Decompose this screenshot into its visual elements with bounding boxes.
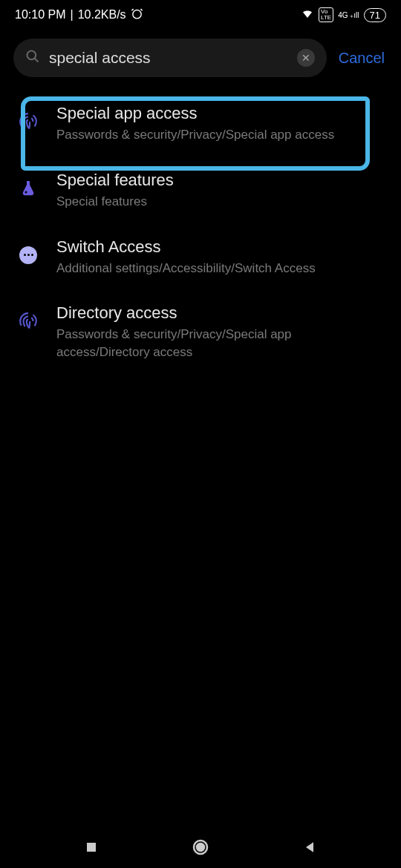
fingerprint-icon	[15, 108, 42, 135]
volte-icon: VoLTE	[319, 7, 333, 22]
result-title: Switch Access	[56, 237, 383, 257]
result-text: Switch Access Additional settings/Access…	[56, 237, 383, 277]
navigation-bar	[0, 826, 401, 868]
svg-line-2	[35, 59, 39, 62]
home-button[interactable]	[192, 838, 209, 856]
result-item-special-features[interactable]: Special features Special features	[0, 159, 401, 226]
status-speed: 10.2KB/s	[78, 8, 126, 22]
result-item-switch-access[interactable]: Switch Access Additional settings/Access…	[0, 226, 401, 292]
alarm-icon	[131, 7, 143, 23]
result-item-special-app-access[interactable]: Special app access Passwords & security/…	[0, 92, 401, 159]
status-left: 10:10 PM | 10.2KB/s	[15, 7, 143, 23]
results-list: Special app access Passwords & security/…	[0, 86, 401, 382]
svg-point-6	[197, 844, 204, 851]
status-divider: |	[70, 8, 73, 22]
result-text: Special app access Passwords & security/…	[56, 104, 383, 144]
result-path: Passwords & security/Privacy/Special app…	[56, 326, 383, 361]
clear-icon[interactable]: ✕	[297, 49, 315, 67]
svg-point-0	[132, 10, 140, 18]
recents-button[interactable]	[82, 838, 100, 856]
search-input[interactable]	[49, 49, 288, 67]
signal-icon: 4G ₊ıll	[338, 11, 359, 19]
result-title: Special features	[56, 171, 383, 190]
flask-icon	[15, 175, 42, 202]
cancel-button[interactable]: Cancel	[336, 50, 388, 67]
result-path: Passwords & security/Privacy/Special app…	[56, 126, 383, 144]
search-icon	[25, 49, 40, 67]
result-item-directory-access[interactable]: Directory access Passwords & security/Pr…	[0, 292, 401, 376]
back-button[interactable]	[301, 838, 319, 856]
status-time: 10:10 PM	[15, 8, 65, 22]
result-text: Special features Special features	[56, 171, 383, 211]
more-dots-icon	[15, 242, 42, 269]
battery-indicator: 71	[364, 8, 386, 22]
svg-rect-4	[87, 843, 96, 852]
fingerprint-icon	[15, 308, 42, 335]
search-box[interactable]: ✕	[13, 39, 327, 77]
svg-point-3	[25, 191, 27, 193]
result-text: Directory access Passwords & security/Pr…	[56, 303, 383, 361]
result-path: Additional settings/Accessibility/Switch…	[56, 260, 383, 277]
status-bar: 10:10 PM | 10.2KB/s VoLTE 4G ₊ıll 71	[0, 0, 401, 30]
result-title: Special app access	[56, 104, 383, 123]
result-path: Special features	[56, 193, 383, 211]
search-row: ✕ Cancel	[0, 30, 401, 86]
svg-point-1	[27, 51, 36, 60]
result-title: Directory access	[56, 303, 383, 323]
status-right: VoLTE 4G ₊ıll 71	[301, 7, 386, 23]
wifi-icon	[301, 7, 314, 23]
